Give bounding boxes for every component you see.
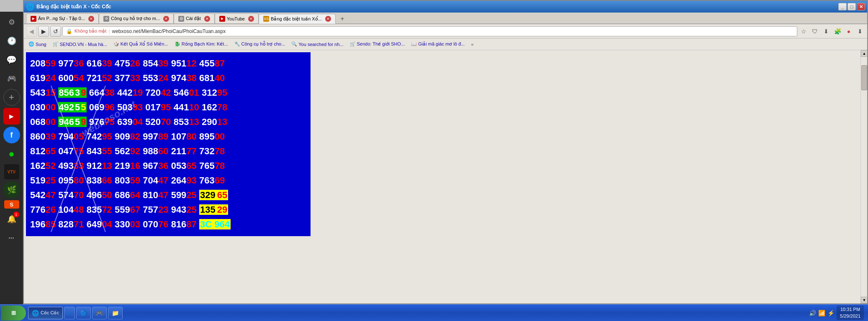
sidebar-icon-messenger[interactable]: 💬: [3, 51, 20, 68]
bookmark-rong[interactable]: 🐉 Rồng Bạch Kim: Kết...: [172, 40, 231, 49]
tab-4[interactable]: ▶ YouTube ✕: [215, 13, 259, 23]
tab-5-label: Bảng đặc biệt tuần Xổ...: [271, 16, 322, 22]
lottery-row-9: 51925 09580 83866 80359 70447 26493 7636…: [30, 173, 306, 187]
tab-5[interactable]: XS Bảng đặc biệt tuần Xổ... ✕: [259, 14, 336, 24]
bookmark-label-congcu: Công cụ hỗ trợ cho...: [241, 41, 285, 47]
lottery-row-7: 81265 04775 84355 56292 98860 21177 7327…: [30, 144, 306, 158]
lottery-grid: 20859 97736 61639 47526 85439 95112 4558…: [26, 52, 311, 236]
shield-icon[interactable]: 🛡: [810, 26, 820, 36]
taskbar-item-chrome[interactable]: 🔵: [76, 307, 91, 319]
tab-bar: ▶ Âm P...ng Sự - Tập 0... ✕ ⚙ Công cụ hỗ…: [24, 13, 867, 24]
sidebar-icon-more[interactable]: •••: [3, 229, 20, 246]
sidebar-icon-sendo[interactable]: S: [4, 200, 19, 209]
bookmark-congcu[interactable]: 🔧 Công cụ hỗ trợ cho...: [232, 40, 288, 49]
taskbar-explorer-icon: 📁: [112, 310, 119, 316]
scroll-down-button[interactable]: ▼: [861, 297, 867, 303]
profile-download-icon[interactable]: ⬇: [855, 26, 865, 36]
bookmark-sendo[interactable]: 🛒 SENDO.VN - Mua hà...: [50, 40, 110, 49]
bookmark-sung[interactable]: 🌐 Sung: [26, 40, 49, 49]
scrollbar: ▲ ▼: [860, 50, 867, 303]
bookmark-ketqua[interactable]: 🎲 Kết Quả Xổ Số Miền...: [111, 40, 171, 49]
bookmark-label-sung: Sung: [36, 42, 46, 47]
lottery-row-8: 16252 49333 91213 21916 96736 05365 7657…: [30, 159, 306, 173]
taskbar-chrome-icon: 🔵: [80, 310, 87, 316]
close-button[interactable]: ✕: [857, 3, 865, 10]
tab-1-favicon: ▶: [31, 16, 36, 22]
bookmark-sendo2[interactable]: 🛒 Sendo: Thế giới SHO...: [347, 40, 408, 49]
tab-1-label: Âm P...ng Sự - Tập 0...: [38, 16, 85, 21]
bookmark-you[interactable]: 🔍 You searched for nh...: [289, 40, 346, 49]
separator: |: [108, 28, 110, 34]
tab-3-label: Cài đặt: [186, 16, 201, 21]
back-button[interactable]: ◀: [26, 26, 37, 37]
taskbar-item-browser[interactable]: 🌐 Cốc Cốc: [28, 307, 63, 319]
bookmark-icon[interactable]: ☆: [799, 26, 809, 36]
tab-4-close[interactable]: ✕: [248, 16, 254, 22]
lottery-container: 20859 97736 61639 47526 85439 95112 4558…: [26, 52, 311, 236]
taskbar-game-icon: 🎮: [96, 310, 103, 316]
sidebar-icon-circle[interactable]: ●: [3, 145, 20, 162]
tab-2[interactable]: ⚙ Công cụ hỗ trợ cho m... ✕: [99, 13, 174, 23]
taskbar-item-explorer[interactable]: 📁: [108, 307, 123, 319]
sidebar-icon-settings[interactable]: ⚙: [3, 14, 20, 31]
tab-5-favicon: XS: [263, 16, 269, 22]
sidebar-icon-facebook[interactable]: f: [3, 127, 20, 143]
title-bar-controls: _ □ ✕: [838, 3, 865, 10]
scroll-thumb[interactable]: [861, 65, 867, 90]
taskbar-tray: 🔊 📶 ⚡ 10:31 PM 5/29/2021: [805, 306, 868, 320]
sidebar-icon-leaf[interactable]: 🌿: [3, 181, 20, 198]
taskbar-item-ie[interactable]: e: [64, 307, 75, 319]
start-button[interactable]: ⊞: [1, 306, 26, 321]
notification-badge: 1: [13, 211, 19, 217]
system-clock[interactable]: 10:31 PM 5/29/2021: [837, 306, 864, 320]
tab-3-favicon: ⚙: [178, 16, 184, 22]
download-icon[interactable]: ⬇: [821, 26, 831, 36]
maximize-button[interactable]: □: [847, 3, 856, 10]
tab-3-close[interactable]: ✕: [204, 16, 210, 22]
tab-2-label: Công cụ hỗ trợ cho m...: [111, 16, 160, 21]
lottery-row-5: 06800 94659 97675 63904 52070 85313 2901…: [30, 115, 306, 129]
sidebar-icon-history[interactable]: 🕐: [3, 33, 20, 49]
scroll-up-button[interactable]: ▲: [861, 50, 867, 57]
bookmark-more[interactable]: »: [468, 40, 476, 49]
taskbar-item-game[interactable]: 🎮: [92, 307, 107, 319]
tab-1[interactable]: ▶ Âm P...ng Sự - Tập 0... ✕: [26, 13, 99, 23]
taskbar-browser-icon: 🌐: [32, 310, 39, 316]
sidebar-icon-add[interactable]: +: [3, 89, 20, 106]
bookmark-label-giai: Giải mã giác mơ lô đ...: [418, 41, 465, 47]
security-lock-icon: 🔒: [66, 28, 72, 34]
address-bar[interactable]: 🔒 Không bảo mật | webxoso.net/MienBac/Ph…: [62, 26, 797, 36]
tab-5-close[interactable]: ✕: [325, 16, 331, 22]
circle-icon[interactable]: ●: [844, 26, 854, 36]
tab-1-close[interactable]: ✕: [88, 16, 94, 22]
tray-icon-2: 📶: [818, 310, 825, 316]
extension-icon[interactable]: 🧩: [832, 26, 842, 36]
nav-icons: ☆ 🛡 ⬇ 🧩 ● ⬇: [799, 26, 865, 36]
lottery-row-1: 20859 97736 61639 47526 85439 95112 4558…: [30, 56, 306, 70]
bookmark-label-ketqua: Kết Quả Xổ Số Miền...: [121, 41, 168, 47]
minimize-button[interactable]: _: [838, 3, 847, 10]
sidebar-icon-notifications[interactable]: 🔔 1: [3, 211, 20, 227]
sidebar-icon-vtv[interactable]: VTV: [4, 164, 19, 179]
tab-2-close[interactable]: ✕: [163, 16, 169, 22]
bookmark-giai[interactable]: 📖 Giải mã giác mơ lô đ...: [408, 40, 467, 49]
scroll-track[interactable]: [861, 57, 867, 297]
lottery-row-2: 61924 60054 72152 37733 55324 97438 6814…: [30, 71, 306, 85]
lottery-row-12: 19685 82871 64904 33003 07076 81687 3C 9…: [30, 217, 306, 231]
lottery-row-11: 77626 10448 83572 55967 75723 94325 1352…: [30, 203, 306, 217]
taskbar: ⊞ 🌐 Cốc Cốc e 🔵 🎮 📁 🔊 📶 ⚡ 10:31 PM 5/29/…: [0, 304, 868, 321]
bookmark-label-rong: Rồng Bạch Kim: Kết...: [182, 41, 228, 47]
start-icon: ⊞: [11, 310, 16, 316]
taskbar-browser-label: Cốc Cốc: [41, 310, 59, 316]
sidebar-icon-games[interactable]: 🎮: [3, 70, 20, 87]
bookmark-label-sendo: SENDO.VN - Mua hà...: [60, 42, 107, 47]
sidebar-icon-youtube[interactable]: ▶: [3, 108, 20, 125]
tab-3[interactable]: ⚙ Cài đặt ✕: [174, 13, 215, 23]
refresh-button[interactable]: ↺: [50, 26, 61, 37]
new-tab-button[interactable]: +: [337, 14, 347, 23]
taskbar-items: 🌐 Cốc Cốc e 🔵 🎮 📁: [28, 307, 805, 319]
bookmarks-bar: 🌐 Sung 🛒 SENDO.VN - Mua hà... 🎲 Kết Quả …: [24, 38, 867, 50]
bookmark-icon-giai: 📖: [411, 41, 417, 47]
forward-button[interactable]: ▶: [38, 26, 49, 37]
bookmark-icon-sendo2: 🛒: [350, 41, 356, 47]
